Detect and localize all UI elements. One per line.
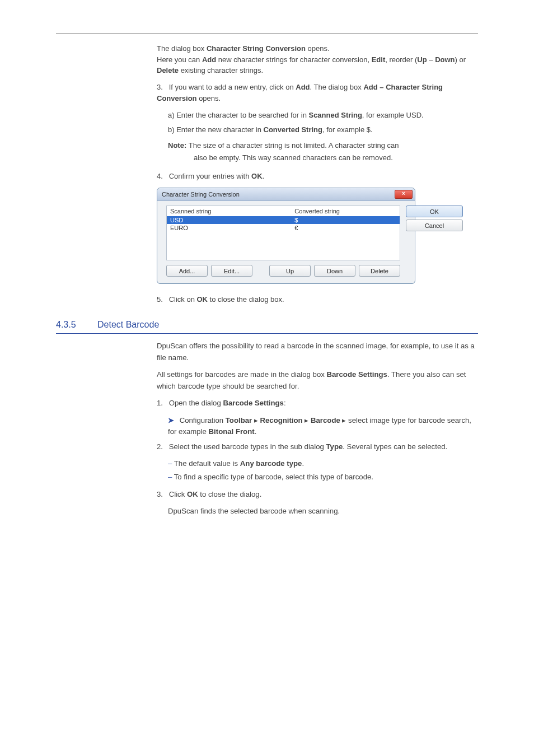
- text-bold: Barcode: [311, 416, 340, 424]
- section-rule: [56, 333, 478, 334]
- text: To find a specific type of barcode, sele…: [174, 473, 373, 481]
- dialog-window: Character String Conversion × Scanned st…: [157, 188, 415, 284]
- paragraph: All settings for barcodes are made in th…: [157, 369, 478, 392]
- text-bold: Down: [435, 55, 455, 64]
- close-icon[interactable]: ×: [395, 190, 413, 199]
- text: opens.: [197, 94, 221, 102]
- intro-line-1: The dialog box Character String Conversi…: [157, 43, 478, 54]
- dialog-button-row: Add... Edit... Up Down Delete: [166, 265, 400, 277]
- text: a) Enter the character to be searched fo…: [168, 111, 308, 119]
- cell-scanned: USD: [170, 217, 294, 223]
- table-row[interactable]: USD $: [167, 216, 400, 224]
- text: ▸: [303, 416, 311, 424]
- text: Click on: [169, 295, 197, 304]
- text: Open the dialog: [169, 399, 223, 407]
- text: opens.: [306, 44, 330, 53]
- text-bold: Barcode Settings: [223, 399, 283, 407]
- up-button[interactable]: Up: [269, 265, 311, 277]
- step-number: 1.: [157, 398, 167, 409]
- text: ▸: [252, 416, 260, 424]
- text: existing character strings.: [179, 66, 263, 74]
- text: ) or: [455, 55, 466, 64]
- note-text-2: also be empty. This way scanned characte…: [194, 152, 478, 164]
- text: Configuration: [180, 416, 226, 424]
- dialog-right-pane: OK Cancel: [406, 206, 456, 277]
- top-rule: [56, 34, 478, 34]
- text-bold: Toolbar: [226, 416, 252, 424]
- ordered-step-5: 5. Click on OK to close the dialog box.: [157, 294, 478, 305]
- ordered-step-3b: 3. Click OK to close the dialog.: [157, 489, 478, 500]
- cell-converted: $: [294, 217, 396, 223]
- step-number: 3.: [157, 82, 167, 93]
- text: to close the dialog.: [198, 490, 262, 498]
- list-header: Scanned string Converted string: [167, 206, 400, 216]
- dialog-title: Character String Conversion: [162, 191, 240, 198]
- list-item: The default value is Any barcode type.: [168, 458, 478, 469]
- text: .: [255, 427, 257, 436]
- text-bold: OK: [251, 172, 263, 180]
- step-number: 4.: [157, 171, 167, 182]
- text: to close the dialog box.: [208, 295, 284, 304]
- text: , for example $.: [322, 125, 373, 134]
- text: The dialog box: [157, 44, 207, 53]
- note-block: Note: The size of a character string is …: [168, 140, 478, 163]
- text-bold: Up: [417, 55, 427, 64]
- col-scanned: Scanned string: [170, 208, 294, 214]
- intro-line-2: Here you can Add new character strings f…: [157, 54, 478, 76]
- paragraph: DpuScan offers the possibility to read a…: [157, 340, 478, 363]
- down-button[interactable]: Down: [314, 265, 355, 277]
- text-bold: Edit: [372, 55, 386, 64]
- step-tail: DpuScan finds the selected barcode when …: [168, 506, 478, 517]
- ordered-step-4: 4. Confirm your entries with OK.: [157, 171, 478, 182]
- text: :: [284, 399, 286, 407]
- section-title: Detect Barcode: [97, 320, 159, 330]
- arrow-icon: ➤: [168, 416, 174, 424]
- note-label: Note:: [168, 141, 189, 150]
- text-bold: OK: [187, 490, 198, 498]
- bullet-list: The default value is Any barcode type. T…: [168, 458, 478, 483]
- edit-button[interactable]: Edit...: [211, 265, 252, 277]
- text: All settings for barcodes are made in th…: [157, 370, 327, 379]
- text-bold: Converted String: [264, 125, 322, 134]
- cancel-button[interactable]: Cancel: [406, 220, 463, 231]
- text: Click: [169, 490, 187, 498]
- dialog-titlebar: Character String Conversion ×: [157, 188, 415, 201]
- dialog-left-pane: Scanned string Converted string USD $ EU…: [166, 206, 400, 277]
- text: . The dialog box: [310, 83, 364, 91]
- document-page: The dialog box Character String Conversi…: [0, 0, 534, 577]
- text: Select the used barcode types in the sub…: [169, 442, 326, 451]
- text: , reorder (: [385, 55, 417, 64]
- delete-button[interactable]: Delete: [359, 265, 400, 277]
- text-bold: Delete: [157, 66, 179, 74]
- text: Here you can: [157, 55, 202, 64]
- text: .: [302, 459, 304, 468]
- list-item: To find a specific type of barcode, sele…: [168, 472, 478, 483]
- step-number: 2.: [157, 441, 167, 452]
- cell-converted: €: [294, 225, 396, 231]
- text-bold: OK: [196, 295, 208, 304]
- add-button[interactable]: Add...: [166, 265, 208, 277]
- text: new character strings for character conv…: [216, 55, 371, 64]
- text-bold: Type: [326, 442, 343, 451]
- step-sub: ➤ Configuration Toolbar ▸ Recognition ▸ …: [168, 415, 478, 438]
- text: The default value is: [174, 459, 240, 468]
- conversion-list[interactable]: Scanned string Converted string USD $ EU…: [166, 206, 400, 260]
- dialog-screenshot: Character String Conversion × Scanned st…: [157, 188, 478, 284]
- text-bold: Add: [296, 83, 310, 91]
- text-bold: Add: [202, 55, 216, 64]
- text-bold: Barcode Settings: [327, 370, 387, 379]
- ordered-step-2: 2. Select the used barcode types in the …: [157, 441, 478, 452]
- text: If you want to add a new entry, click on: [169, 83, 296, 91]
- col-converted: Converted string: [294, 208, 396, 214]
- note-text: The size of a character string is not li…: [189, 141, 399, 150]
- step-number: 3.: [157, 489, 167, 500]
- substeps: a) Enter the character to be searched fo…: [168, 110, 478, 136]
- ok-button[interactable]: OK: [406, 206, 463, 217]
- text: , for example USD.: [362, 111, 424, 119]
- table-row[interactable]: EURO €: [167, 224, 400, 232]
- text-bold: Bitonal Front: [209, 427, 255, 436]
- section-number: 4.3.5: [56, 320, 90, 330]
- ordered-step-3: 3. If you want to add a new entry, click…: [157, 82, 478, 104]
- text: .: [263, 172, 265, 180]
- text-bold: Recognition: [260, 416, 302, 424]
